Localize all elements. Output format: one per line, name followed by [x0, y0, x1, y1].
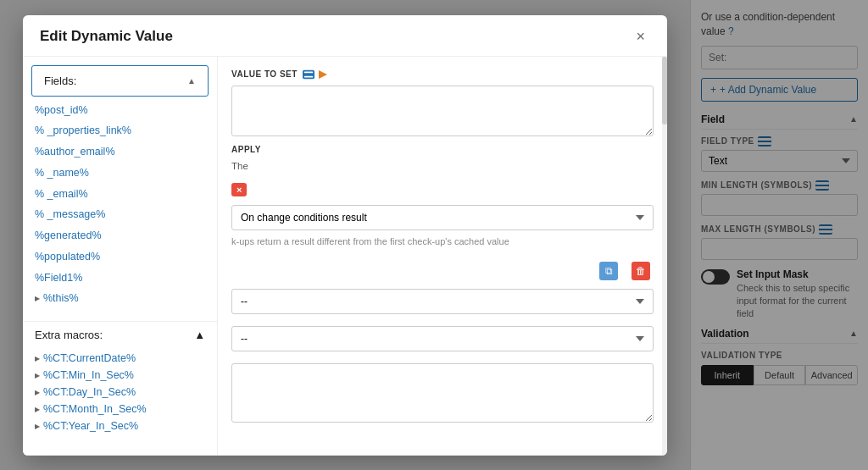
apply-label: APPLY: [231, 145, 654, 154]
list-item[interactable]: %post_id%: [31, 100, 209, 121]
modal-overlay: Edit Dynamic Value × Fields: ▲ %post_id%…: [0, 0, 868, 470]
condition-select[interactable]: On change conditions result Always Never: [231, 205, 654, 230]
list-item: ▶ %CT:Day_In_Sec%: [31, 384, 209, 401]
list-item: ▶ %CT:CurrentDate%: [31, 350, 209, 367]
value-textarea[interactable]: [231, 86, 654, 136]
svg-rect-1: [304, 71, 314, 73]
value-to-set-label: VALUE TO SET: [231, 69, 654, 80]
list-item[interactable]: %generated%: [31, 225, 209, 246]
list-item[interactable]: % _email%: [31, 184, 209, 205]
extra-macros-list: ▶ %CT:CurrentDate% ▶ %CT:Min_In_Sec% ▶ %…: [23, 348, 217, 443]
condition-hint: k-ups return a result different from the…: [231, 235, 654, 248]
trash-icon: 🗑: [632, 262, 650, 280]
list-item[interactable]: %Field1%: [31, 268, 209, 289]
fields-dropdown-header[interactable]: Fields: ▲: [31, 65, 209, 97]
close-modal-button[interactable]: ×: [631, 27, 650, 46]
apply-section: APPLY The: [231, 145, 654, 180]
list-item[interactable]: % _message%: [31, 204, 209, 225]
macro-link[interactable]: %CT:Month_In_Sec%: [43, 403, 147, 415]
extra-macros-chevron: ▲: [194, 329, 205, 341]
row-select-1[interactable]: --: [231, 289, 654, 314]
this-link[interactable]: %this%: [43, 290, 79, 307]
modal-body: Fields: ▲ %post_id% % _properties_link% …: [23, 57, 667, 455]
copy-icon: ⧉: [599, 262, 618, 280]
expand-icon: ▶: [35, 406, 40, 413]
scrollbar-track[interactable]: [662, 57, 667, 455]
list-item: ▶ %CT:Min_In_Sec%: [31, 367, 209, 384]
expandable-this-item: ▶ %this%: [31, 288, 209, 309]
svg-rect-2: [304, 75, 314, 77]
expand-icon: ▶: [35, 355, 40, 362]
list-item: ▶ %CT:Year_In_Sec%: [31, 417, 209, 434]
copy-action-button[interactable]: ⧉: [596, 258, 621, 284]
macro-link[interactable]: %CT:CurrentDate%: [43, 352, 136, 364]
dropdown-panel: Fields: ▲ %post_id% % _properties_link% …: [23, 57, 218, 455]
expand-triangle-icon: ▶: [35, 295, 40, 302]
row-selects: -- --: [231, 289, 654, 357]
row-select-2[interactable]: --: [231, 326, 654, 351]
svg-marker-3: [319, 70, 327, 79]
notes-textarea[interactable]: [231, 363, 654, 423]
list-item[interactable]: % _name%: [31, 163, 209, 184]
list-item[interactable]: % _properties_link%: [31, 120, 209, 141]
fields-chevron-up: ▲: [187, 76, 196, 86]
apply-text: The: [231, 159, 654, 173]
macro-link[interactable]: %CT:Year_In_Sec%: [43, 420, 138, 432]
expand-icon: ▶: [35, 423, 40, 430]
extra-macros-header[interactable]: Extra macros: ▲: [23, 321, 217, 348]
scrollbar-thumb[interactable]: [662, 57, 667, 124]
modal-title: Edit Dynamic Value: [40, 28, 173, 45]
run-icon: [317, 69, 329, 80]
extra-macros-label: Extra macros:: [35, 329, 103, 341]
list-item: ▶ %CT:Month_In_Sec%: [31, 401, 209, 417]
content-area: VALUE TO SET A: [218, 57, 667, 455]
list-item[interactable]: %author_email%: [31, 141, 209, 163]
modal-header: Edit Dynamic Value ×: [23, 15, 667, 57]
fields-list: %post_id% % _properties_link% %author_em…: [23, 97, 217, 318]
fields-label: Fields:: [44, 75, 76, 87]
modal-footer: U: [23, 455, 667, 456]
macro-link[interactable]: %CT:Min_In_Sec%: [43, 369, 134, 381]
expand-icon: ▶: [35, 389, 40, 396]
expand-icon: ▶: [35, 372, 40, 379]
edit-dynamic-value-modal: Edit Dynamic Value × Fields: ▲ %post_id%…: [23, 15, 667, 456]
database-icon: [303, 69, 314, 80]
delete-action-button[interactable]: 🗑: [628, 258, 654, 284]
action-icons: ⧉ 🗑: [231, 258, 654, 284]
list-item[interactable]: %populated%: [31, 246, 209, 268]
value-icons: [303, 69, 329, 80]
macro-link[interactable]: %CT:Day_In_Sec%: [43, 386, 136, 398]
x-badge: ×: [231, 183, 247, 196]
svg-rect-0: [303, 69, 314, 79]
condition-row: ×: [231, 183, 654, 196]
